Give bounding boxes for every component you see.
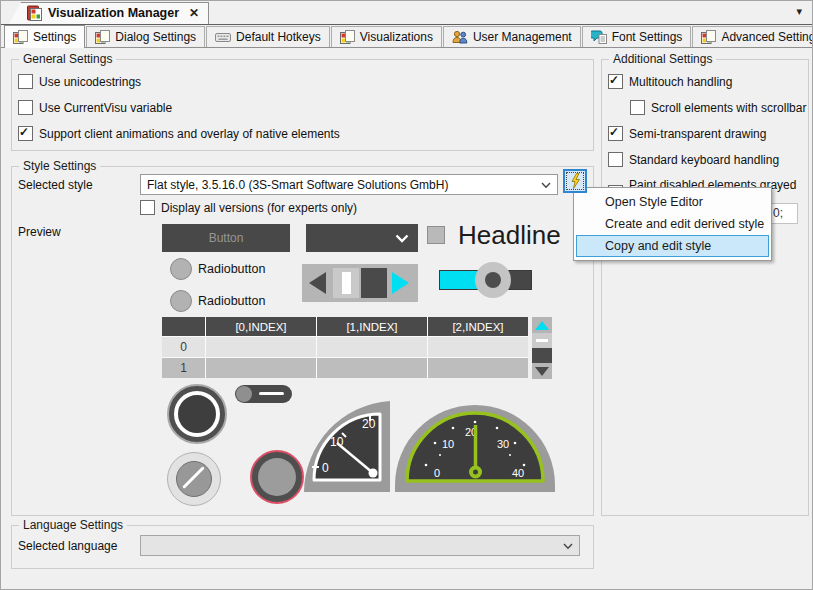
table-cell — [428, 337, 528, 357]
table-cell — [428, 358, 528, 378]
checkbox-multitouch-handling[interactable]: ✓ Multitouch handling — [608, 74, 808, 89]
style-settings-group: Style Settings Selected style Flat style… — [11, 166, 594, 516]
preview-radiobutton-label: Radiobutton — [198, 262, 265, 276]
checkbox-box: ✓ — [18, 126, 33, 141]
tab-dialog-settings[interactable]: Dialog Settings — [86, 26, 205, 47]
visualization-grid-icon — [13, 30, 28, 44]
checkbox-box: ✕✓ — [18, 74, 33, 89]
checkbox-semi-transparent-drawing[interactable]: ✓ Semi-transparent drawing — [608, 126, 808, 141]
checkbox-label: Use CurrentVisu variable — [39, 101, 172, 115]
checkbox-label: Display all versions (for experts only) — [161, 201, 357, 215]
toggle-line — [259, 392, 284, 395]
visualization-manager-icon — [27, 5, 42, 21]
chevron-down-icon — [541, 182, 551, 189]
selected-style-value: Flat style, 3.5.16.0 (3S-Smart Software … — [147, 178, 448, 192]
arrow-right-icon — [392, 272, 409, 294]
preview-table: [0,INDEX] [1,INDEX] [2,INDEX] 0 1 — [162, 317, 528, 378]
visualization-grid-icon — [701, 30, 716, 44]
keyboard-icon — [215, 30, 231, 44]
group-title: General Settings — [19, 52, 116, 66]
preview-button: Button — [162, 224, 290, 252]
checkbox-label: Use unicodestrings — [39, 75, 141, 89]
preview-radiobutton-circle — [170, 258, 192, 280]
preview-quarter-gauge: 0 10 20 — [304, 400, 390, 492]
table-header-cell: [1,INDEX] — [317, 317, 427, 336]
arrow-left-icon — [309, 272, 326, 294]
svg-text:30: 30 — [497, 438, 509, 450]
visualization-manager-window: Visualization Manager ✕ ▾ Settings Dialo… — [0, 0, 813, 590]
checkbox-use-currentvisu-variable[interactable]: ✓ Use CurrentVisu variable — [18, 100, 593, 115]
preview-radiobutton-label: Radiobutton — [198, 294, 265, 308]
chevron-down-icon — [563, 543, 573, 550]
tab-label: Advanced Settings — [721, 30, 813, 44]
checkbox-box: ✓ — [608, 74, 623, 89]
checkbox-box: ✓ — [18, 100, 33, 115]
svg-text:0: 0 — [434, 467, 440, 479]
table-cell — [317, 358, 427, 378]
checkbox-label: Multitouch handling — [629, 75, 732, 89]
preview-headline-bullet — [427, 226, 445, 244]
checkbox-standard-keyboard-handling[interactable]: ✓ Standard keyboard handling — [608, 152, 808, 167]
document-tab-visualization-manager[interactable]: Visualization Manager ✕ — [9, 2, 209, 24]
checkbox-label: Standard keyboard handling — [629, 153, 779, 167]
scroll-up-icon — [532, 317, 552, 333]
group-title: Language Settings — [19, 518, 127, 532]
preview-lamp-button — [167, 384, 227, 444]
preview-combobox — [306, 224, 418, 252]
scroll-down-icon — [532, 363, 552, 379]
checkbox-box: ✓ — [608, 152, 623, 167]
tab-default-hotkeys[interactable]: Default Hotkeys — [206, 26, 330, 47]
occluded-text-fragment: 0; — [770, 203, 798, 224]
preview-red-ring-button — [250, 450, 304, 504]
tab-settings[interactable]: Settings — [4, 25, 85, 48]
style-tools-button[interactable] — [563, 169, 587, 193]
window-title: Visualization Manager — [48, 6, 179, 20]
visualization-grid-icon — [340, 30, 355, 44]
table-header-cell: [2,INDEX] — [428, 317, 528, 336]
selected-language-label: Selected language — [18, 539, 117, 553]
checkbox-box: ✓ — [630, 100, 645, 115]
style-context-menu: Open Style Editor Create and edit derive… — [573, 187, 772, 261]
tab-visualizations[interactable]: Visualizations — [331, 26, 442, 47]
checkbox-label: Support client animations and overlay of… — [39, 127, 340, 141]
menu-item-copy-and-edit-style[interactable]: Copy and edit style — [576, 235, 769, 257]
preview-radiobutton-circle — [170, 290, 192, 312]
selected-style-combobox[interactable]: Flat style, 3.5.16.0 (3S-Smart Software … — [140, 174, 558, 195]
tab-list-dropdown-icon[interactable]: ▾ — [796, 5, 802, 18]
svg-text:0: 0 — [322, 461, 329, 475]
font-bubble-icon — [591, 30, 607, 44]
close-icon[interactable]: ✕ — [189, 6, 199, 20]
preview-headline-text: Headline — [458, 220, 561, 251]
table-header-cell — [162, 317, 205, 336]
checkbox-display-all-versions[interactable]: ✓ Display all versions (for experts only… — [140, 200, 357, 215]
tab-user-management[interactable]: User Management — [443, 26, 581, 47]
preview-toggle-switch — [235, 385, 292, 403]
menu-item-open-style-editor[interactable]: Open Style Editor — [576, 191, 769, 213]
group-title: Additional Settings — [609, 52, 716, 66]
language-settings-group: Language Settings Selected language — [11, 525, 594, 569]
tab-advanced-settings[interactable]: Advanced Settings — [692, 26, 813, 47]
svg-text:40: 40 — [512, 467, 524, 479]
tab-label: Settings — [33, 30, 76, 44]
table-row-label: 1 — [162, 358, 205, 378]
preview-slider — [439, 262, 543, 298]
checkbox-support-client-animations[interactable]: ✓ Support client animations and overlay … — [18, 126, 593, 141]
settings-tab-bar: Settings Dialog Settings Default Hotkeys… — [1, 24, 812, 48]
scroll-track-segment — [532, 348, 552, 363]
checkbox-scroll-elements-with-scrollbar[interactable]: ✓ Scroll elements with scrollbar — [630, 100, 808, 115]
selected-language-combobox[interactable] — [140, 535, 580, 556]
table-cell — [317, 337, 427, 357]
toggle-knob — [236, 386, 252, 402]
svg-text:10: 10 — [442, 438, 454, 450]
table-cell — [206, 337, 316, 357]
selected-style-label: Selected style — [18, 178, 93, 192]
potentiometer-knob — [176, 461, 212, 497]
additional-settings-group: Additional Settings ✓ Multitouch handlin… — [601, 59, 809, 516]
table-row-label: 0 — [162, 337, 205, 357]
checkbox-label: Semi-transparent drawing — [629, 127, 766, 141]
preview-scrollbar — [532, 317, 552, 379]
checkbox-use-unicodestrings[interactable]: ✕✓ Use unicodestrings — [18, 74, 593, 89]
menu-item-create-derived-style[interactable]: Create and edit derived style — [576, 213, 769, 235]
tab-label: Font Settings — [612, 30, 683, 44]
tab-font-settings[interactable]: Font Settings — [582, 26, 692, 47]
